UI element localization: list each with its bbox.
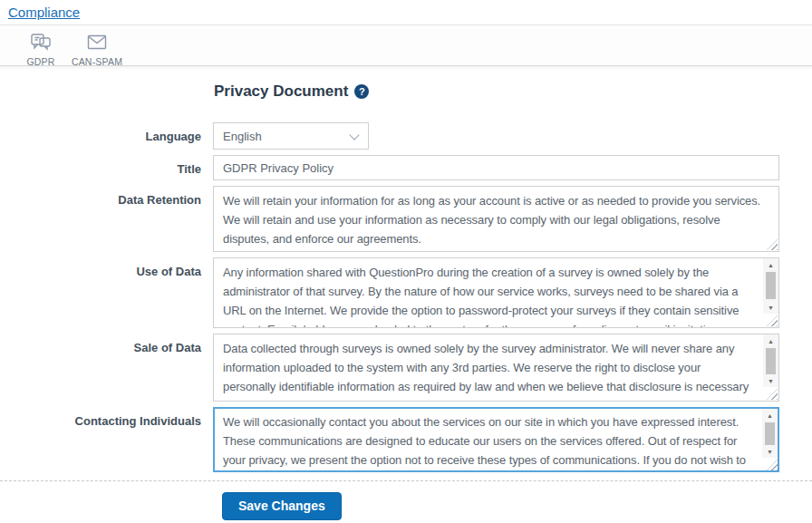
data-retention-textarea[interactable]: We will retain your information for as l… [213, 186, 779, 252]
scrollbar[interactable]: ▲ ▼ [763, 334, 778, 387]
use-of-data-label: Use of Data [0, 257, 213, 328]
scrollbar-thumb[interactable] [766, 348, 776, 374]
language-row: Language English [0, 122, 812, 150]
save-changes-button[interactable]: Save Changes [222, 492, 342, 520]
page-title: Privacy Document [214, 82, 348, 101]
sale-of-data-row: Sale of Data Data collected through surv… [0, 334, 812, 402]
sale-of-data-label: Sale of Data [0, 334, 213, 402]
title-label: Title [0, 155, 213, 180]
data-retention-row: Data Retention We will retain your infor… [0, 186, 812, 252]
language-select[interactable]: English [213, 122, 369, 150]
scroll-down-icon[interactable]: ▼ [763, 301, 778, 314]
scroll-up-icon[interactable]: ▲ [763, 258, 778, 271]
use-of-data-textarea[interactable]: Any information shared with QuestionPro … [213, 257, 779, 328]
scrollbar[interactable]: ▲ ▼ [763, 258, 778, 314]
scroll-up-icon[interactable]: ▲ [762, 409, 778, 421]
compliance-toolbar: GDPR CAN-SPAM [0, 25, 812, 66]
contacting-individuals-textarea[interactable]: We will occasionally contact you about t… [213, 407, 779, 472]
tab-gdpr-label: GDPR [26, 56, 54, 67]
section-divider [0, 480, 812, 481]
envelope-icon [85, 31, 109, 54]
title-input[interactable] [213, 155, 779, 180]
privacy-document-form: Privacy Document ? Language English Titl… [0, 66, 812, 520]
page-header: Compliance [0, 0, 812, 25]
scroll-down-icon[interactable]: ▼ [763, 374, 778, 387]
scrollbar-thumb[interactable] [765, 422, 775, 445]
tab-gdpr[interactable]: GDPR [13, 29, 69, 67]
gdpr-chat-globe-icon [29, 31, 53, 54]
scrollbar[interactable]: ▲ ▼ [762, 409, 778, 458]
tab-can-spam-label: CAN-SPAM [72, 56, 122, 67]
title-row: Title [0, 155, 812, 180]
scroll-down-icon[interactable]: ▼ [762, 445, 778, 458]
sale-of-data-textarea[interactable]: Data collected through surveys is owned … [213, 334, 779, 402]
tab-can-spam[interactable]: CAN-SPAM [69, 29, 125, 67]
data-retention-label: Data Retention [0, 186, 213, 252]
language-label: Language [0, 122, 213, 150]
scrollbar-thumb[interactable] [766, 272, 776, 299]
scroll-up-icon[interactable]: ▲ [763, 334, 778, 347]
contacting-individuals-row: Contacting Individuals We will occasiona… [0, 407, 812, 472]
use-of-data-row: Use of Data Any information shared with … [0, 257, 812, 328]
help-icon[interactable]: ? [354, 84, 369, 99]
contacting-individuals-label: Contacting Individuals [0, 407, 213, 472]
compliance-breadcrumb-link[interactable]: Compliance [8, 5, 80, 20]
